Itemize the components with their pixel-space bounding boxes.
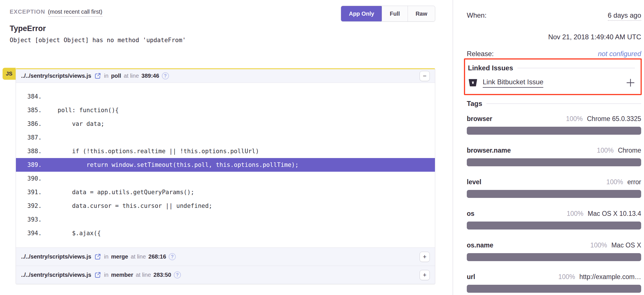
tag-percent: 100% xyxy=(597,147,614,154)
tag-percent: 100% xyxy=(590,241,607,249)
at-line-label: at line xyxy=(124,73,139,79)
line-number: 385. xyxy=(27,107,43,114)
js-platform-badge: JS xyxy=(3,68,16,80)
help-icon[interactable]: ? xyxy=(169,253,176,260)
code-lines: 384.385. poll: function(){386. var data;… xyxy=(16,83,435,247)
tag-percent: 100% xyxy=(567,210,583,218)
tag-key: level xyxy=(467,178,481,186)
when-relative-time[interactable]: 6 days ago xyxy=(608,11,641,21)
tag-value-group: 100%error xyxy=(606,178,641,186)
section-title: EXCEPTION (most recent call first) xyxy=(10,9,102,17)
frame-lineno: 268:16 xyxy=(148,253,166,260)
line-number: 394. xyxy=(27,230,43,237)
bitbucket-icon xyxy=(468,78,478,88)
tag-distribution-bar xyxy=(467,253,641,261)
tag-head: os.name100%Mac OS X xyxy=(467,241,641,249)
tag-distribution-bar xyxy=(467,190,641,198)
tags-heading: Tags xyxy=(467,100,641,108)
external-link-icon[interactable] xyxy=(94,272,101,278)
tag-head: url100%http://example.com… xyxy=(467,273,641,281)
view-app-only-button[interactable]: App Only xyxy=(341,6,382,22)
when-row: When: 6 days ago xyxy=(467,11,641,21)
issue-sidebar: When: 6 days ago Nov 21, 2018 1:49:40 AM… xyxy=(453,0,644,295)
when-datetime: Nov 21, 2018 1:49:40 AM UTC xyxy=(467,33,641,41)
tag-key: browser.name xyxy=(467,147,511,154)
tag-key: url xyxy=(467,273,475,281)
code-line: 393. xyxy=(16,213,435,226)
tag-distribution-bar xyxy=(467,285,641,293)
frame-filename-link[interactable]: ../../sentry/scripts/views.js xyxy=(21,73,91,79)
tag-value: Mac OS X 10.13.4 xyxy=(588,210,641,218)
code-line: 392. data.cursor = this.cursor || undefi… xyxy=(16,199,435,213)
tag-value: error xyxy=(627,178,641,186)
expand-frame-button[interactable]: + xyxy=(420,270,430,280)
tag-value: http://example.com… xyxy=(579,273,641,281)
line-source: data = app.utils.getQueryParams(); xyxy=(43,189,194,196)
tag-os.name: os.name100%Mac OS X xyxy=(467,241,641,261)
tag-head: browser.name100%Chrome xyxy=(467,147,641,154)
link-bitbucket-row: Link Bitbucket Issue xyxy=(468,78,635,88)
help-icon[interactable]: ? xyxy=(162,72,169,79)
tag-distribution-bar xyxy=(467,127,641,135)
tag-value: Chrome 65.0.3325 xyxy=(587,115,641,123)
stacktrace-view-toggle: App Only Full Raw xyxy=(341,6,435,22)
at-line-label: at line xyxy=(131,253,146,260)
tag-browser.name: browser.name100%Chrome xyxy=(467,147,641,166)
tag-key: browser xyxy=(467,115,492,123)
release-label: Release: xyxy=(467,50,494,58)
line-number: 384. xyxy=(27,93,43,100)
code-line: 386. var data; xyxy=(16,117,435,131)
frame-header: ../../sentry/scripts/views.js in merge a… xyxy=(16,247,435,266)
tag-head: os100%Mac OS X 10.13.4 xyxy=(467,210,641,218)
error-message: Object [object Object] has no method 'up… xyxy=(10,36,435,44)
help-icon[interactable]: ? xyxy=(174,271,181,278)
issue-detail-page: EXCEPTION (most recent call first) App O… xyxy=(0,0,644,295)
tag-list: browser100%Chrome 65.0.3325browser.name1… xyxy=(467,115,641,293)
frame-function: member xyxy=(111,272,133,278)
line-source: poll: function(){ xyxy=(43,107,119,114)
code-line: 385. poll: function(){ xyxy=(16,103,435,117)
frame-header: ../../sentry/scripts/views.js in member … xyxy=(16,266,435,284)
link-bitbucket-issue-link[interactable]: Link Bitbucket Issue xyxy=(483,78,543,88)
error-type: TypeError xyxy=(10,24,435,33)
tag-value-group: 100%Chrome 65.0.3325 xyxy=(566,115,641,123)
frame-filename-link[interactable]: ../../sentry/scripts/views.js xyxy=(21,272,91,278)
frame-lineno: 283:50 xyxy=(154,272,171,278)
tag-percent: 100% xyxy=(566,115,583,123)
tag-percent: 100% xyxy=(558,273,575,281)
line-source: $.ajax({ xyxy=(43,230,101,237)
line-number: 388. xyxy=(27,148,43,155)
external-link-icon[interactable] xyxy=(94,73,101,79)
external-link-icon[interactable] xyxy=(94,253,101,260)
stack-frames-container: ../../sentry/scripts/views.js in poll at… xyxy=(16,68,435,284)
view-raw-button[interactable]: Raw xyxy=(408,6,435,21)
expand-frame-button[interactable]: + xyxy=(420,252,430,262)
tag-level: level100%error xyxy=(467,178,641,198)
exception-label: EXCEPTION xyxy=(10,9,45,15)
linked-issues-heading: Linked Issues xyxy=(468,64,635,72)
tag-browser: browser100%Chrome 65.0.3325 xyxy=(467,115,641,135)
tag-os: os100%Mac OS X 10.13.4 xyxy=(467,210,641,230)
line-number: 386. xyxy=(27,120,43,127)
tag-url: url100%http://example.com… xyxy=(467,273,641,293)
line-number: 391. xyxy=(27,189,43,196)
tag-percent: 100% xyxy=(606,178,623,186)
release-not-configured-link[interactable]: not configured xyxy=(598,50,641,58)
line-source: var data; xyxy=(43,120,104,127)
view-full-button[interactable]: Full xyxy=(382,6,408,21)
tags-section: Tags browser100%Chrome 65.0.3325browser.… xyxy=(467,100,641,293)
add-linked-issue-icon[interactable] xyxy=(626,78,635,87)
collapse-frame-button[interactable]: − xyxy=(420,71,430,81)
frame-lineno: 389:46 xyxy=(141,73,159,79)
tag-value-group: 100%Mac OS X xyxy=(590,241,641,249)
code-line: 384. xyxy=(16,90,435,103)
line-source: data.cursor = this.cursor || undefined; xyxy=(43,202,212,209)
line-source: if (!this.options.realtime || !this.opti… xyxy=(43,148,259,155)
tag-key: os.name xyxy=(467,241,493,249)
tag-distribution-bar xyxy=(467,222,641,230)
frame-filename-link[interactable]: ../../sentry/scripts/views.js xyxy=(21,253,91,260)
call-order-toggle[interactable]: (most recent call first) xyxy=(48,9,102,17)
when-label: When: xyxy=(467,11,486,19)
line-source: return window.setTimeout(this.poll, this… xyxy=(43,161,299,168)
tag-head: level100%error xyxy=(467,178,641,186)
